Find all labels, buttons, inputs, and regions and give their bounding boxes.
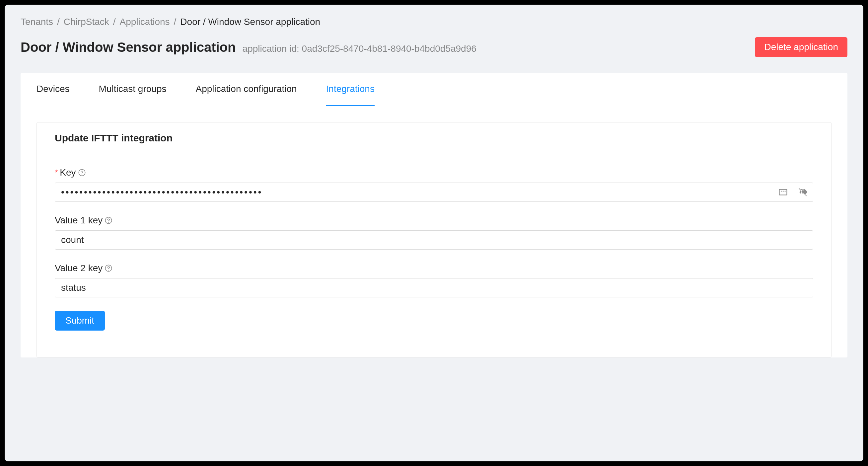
page-title: Door / Window Sensor application xyxy=(21,40,236,55)
breadcrumb: Tenants / ChirpStack / Applications / Do… xyxy=(21,17,847,27)
submit-button[interactable]: Submit xyxy=(55,311,105,331)
tab-multicast-groups[interactable]: Multicast groups xyxy=(99,73,166,106)
card-icon[interactable] xyxy=(778,187,788,197)
help-icon[interactable] xyxy=(104,264,113,272)
value2-label: Value 2 key xyxy=(55,263,813,274)
key-label: * Key xyxy=(55,167,813,178)
value1-label: Value 1 key xyxy=(55,215,813,226)
value1-label-text: Value 1 key xyxy=(55,215,102,226)
panel-title: Update IFTTT integration xyxy=(55,132,813,144)
key-input[interactable] xyxy=(55,183,813,202)
value2-label-text: Value 2 key xyxy=(55,263,102,274)
value1-input[interactable] xyxy=(55,230,813,250)
breadcrumb-separator: / xyxy=(173,17,178,27)
breadcrumb-separator: / xyxy=(112,17,117,27)
key-label-text: Key xyxy=(60,167,76,178)
tab-application-configuration[interactable]: Application configuration xyxy=(195,73,297,106)
application-id-label: application id: 0ad3cf25-8470-4b81-8940-… xyxy=(243,43,476,54)
tab-devices[interactable]: Devices xyxy=(36,73,70,106)
breadcrumb-current: Door / Window Sensor application xyxy=(180,17,320,27)
breadcrumb-link-applications[interactable]: Applications xyxy=(120,17,170,27)
delete-application-button[interactable]: Delete application xyxy=(755,37,847,57)
breadcrumb-link-tenants[interactable]: Tenants xyxy=(21,17,53,27)
help-icon[interactable] xyxy=(104,216,113,224)
required-mark: * xyxy=(55,168,58,177)
value2-input[interactable] xyxy=(55,278,813,298)
breadcrumb-link-chirpstack[interactable]: ChirpStack xyxy=(64,17,109,27)
tab-integrations[interactable]: Integrations xyxy=(326,73,375,106)
help-icon[interactable] xyxy=(78,168,86,177)
eye-invisible-icon[interactable] xyxy=(798,187,808,197)
breadcrumb-separator: / xyxy=(56,17,61,27)
tabs: Devices Multicast groups Application con… xyxy=(21,73,847,106)
